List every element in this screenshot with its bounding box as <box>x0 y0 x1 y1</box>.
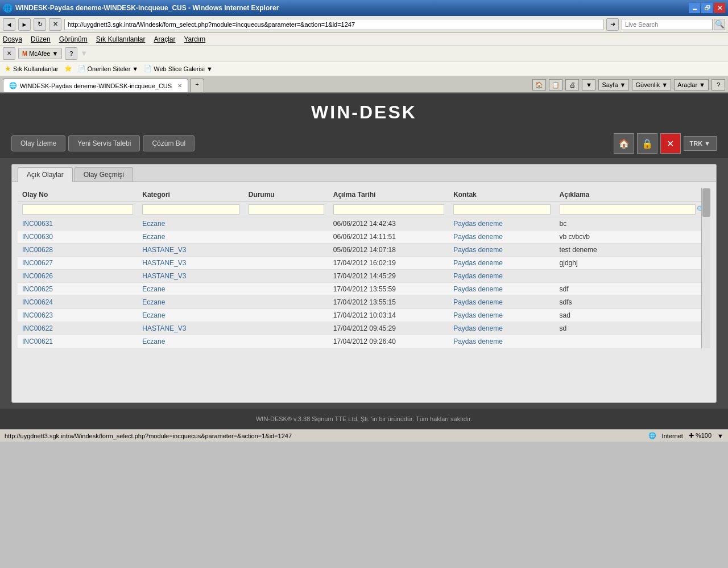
back-button[interactable]: ◄ <box>3 18 15 31</box>
forward-button[interactable]: ► <box>18 18 31 31</box>
cell-olay-no[interactable]: INC00630 <box>18 231 138 244</box>
toolbar-close-button[interactable]: ✕ <box>3 47 15 60</box>
favorite-icon-1[interactable]: ⭐ <box>64 65 72 72</box>
table-row[interactable]: INC00631 Eczane 06/06/2012 14:42:43 Payd… <box>18 217 710 231</box>
menu-duzen[interactable]: Düzen <box>31 35 51 43</box>
cell-olay-no[interactable]: INC00621 <box>18 335 138 348</box>
home-tab-button[interactable]: 🏠 <box>532 79 546 90</box>
tab-acik-olaylar[interactable]: Açık Olaylar <box>18 167 73 182</box>
refresh-button[interactable]: ↻ <box>34 18 46 31</box>
cell-kontak[interactable]: Paydas deneme <box>449 244 555 257</box>
filter-kontak <box>449 202 555 217</box>
vertical-scrollbar[interactable] <box>701 188 710 348</box>
address-input[interactable] <box>64 19 603 30</box>
search-button[interactable]: 🔍 <box>714 19 725 30</box>
table-row[interactable]: INC00627 HASTANE_V3 17/04/2012 16:02:19 … <box>18 257 710 270</box>
mcafee-toolbar[interactable]: M McAfee ▼ <box>18 48 62 59</box>
help-tab-button[interactable]: ? <box>712 79 725 90</box>
tab-olay-gecmisi[interactable]: Olay Geçmişi <box>75 167 133 182</box>
content-tabs: Açık Olaylar Olay Geçmişi <box>12 164 716 182</box>
print-button[interactable]: 🖨 <box>565 79 579 90</box>
home-nav-button[interactable]: 🏠 <box>614 133 634 154</box>
cell-kategori[interactable]: HASTANE_V3 <box>138 322 243 335</box>
language-button[interactable]: TRK ▼ <box>684 136 717 151</box>
table-row[interactable]: INC00626 HASTANE_V3 17/04/2012 14:45:29 … <box>18 270 710 283</box>
table-row[interactable]: INC00625 Eczane 17/04/2012 13:55:59 Payd… <box>18 283 710 296</box>
cell-olay-no[interactable]: INC00623 <box>18 309 138 322</box>
cell-kategori[interactable]: Eczane <box>138 296 243 309</box>
filter-olay-no-input[interactable] <box>22 204 133 215</box>
cell-olay-no[interactable]: INC00631 <box>18 217 138 231</box>
guvenlik-button[interactable]: Güvenlik ▼ <box>632 79 671 90</box>
cozum-bul-button[interactable]: Çözüm Bul <box>143 135 195 151</box>
scrollbar-thumb[interactable] <box>702 188 710 217</box>
new-tab-button[interactable]: + <box>190 79 204 92</box>
stop-button[interactable]: ✕ <box>49 18 61 31</box>
sik-kullanilanlar-item[interactable]: ★ Sık Kullanılanlar <box>5 64 59 73</box>
sayfa-button[interactable]: Sayfa ▼ <box>598 79 629 90</box>
table-row[interactable]: INC00623 Eczane 17/04/2012 10:03:14 Payd… <box>18 309 710 322</box>
table-row[interactable]: INC00621 Eczane 17/04/2012 09:26:40 Payd… <box>18 335 710 348</box>
window-controls: 🗕 🗗 ✕ <box>689 3 725 13</box>
table-row[interactable]: INC00628 HASTANE_V3 05/06/2012 14:07:18 … <box>18 244 710 257</box>
cell-kontak[interactable]: Paydas deneme <box>449 257 555 270</box>
maximize-button[interactable]: 🗗 <box>701 3 713 13</box>
cell-kategori[interactable]: HASTANE_V3 <box>138 257 243 270</box>
cell-acilma-tarihi: 05/06/2012 14:07:18 <box>329 244 449 257</box>
webslice-item[interactable]: 📄 Web Slice Galerisi ▼ <box>144 65 213 72</box>
menu-yardim[interactable]: Yardım <box>184 35 205 43</box>
menu-dosya[interactable]: Dosya <box>3 35 22 43</box>
cell-aciklama: gjdghj <box>555 257 710 270</box>
cell-kontak[interactable]: Paydas deneme <box>449 231 555 244</box>
cell-kategori[interactable]: Eczane <box>138 309 243 322</box>
menu-sik-kullanilanlar[interactable]: Sık Kullanılanlar <box>96 35 146 43</box>
cell-kontak[interactable]: Paydas deneme <box>449 309 555 322</box>
menu-araclar[interactable]: Araçlar <box>154 35 175 43</box>
cell-kategori[interactable]: Eczane <box>138 335 243 348</box>
araclar-tab-button[interactable]: Araçlar ▼ <box>674 79 709 90</box>
active-browser-tab[interactable]: 🌐 WINDESK-Paydas deneme-WINDESK-incqueue… <box>3 79 188 92</box>
cell-olay-no[interactable]: INC00625 <box>18 283 138 296</box>
cell-kategori[interactable]: Eczane <box>138 283 243 296</box>
filter-aciklama-input[interactable] <box>560 204 696 215</box>
cell-kontak[interactable]: Paydas deneme <box>449 270 555 283</box>
print-dropdown[interactable]: ▼ <box>582 79 595 90</box>
cell-olay-no[interactable]: INC00622 <box>18 322 138 335</box>
cell-olay-no[interactable]: INC00627 <box>18 257 138 270</box>
filter-kategori-input[interactable] <box>142 204 239 215</box>
cell-olay-no[interactable]: INC00624 <box>18 296 138 309</box>
filter-tarihi-input[interactable] <box>333 204 444 215</box>
go-button[interactable]: ➜ <box>606 18 619 31</box>
cell-olay-no[interactable]: INC00628 <box>18 244 138 257</box>
cell-kontak[interactable]: Paydas deneme <box>449 335 555 348</box>
onerilen-siteler-item[interactable]: 📄 Önerilen Siteler ▼ <box>78 65 139 72</box>
cell-olay-no[interactable]: INC00626 <box>18 270 138 283</box>
olay-izleme-button[interactable]: Olay İzleme <box>11 135 65 151</box>
yeni-servis-talebi-button[interactable]: Yeni Servis Talebi <box>68 135 140 151</box>
close-nav-button[interactable]: ✕ <box>660 133 681 154</box>
cell-kategori[interactable]: Eczane <box>138 217 243 231</box>
rss-button[interactable]: 📋 <box>549 79 562 90</box>
close-window-button[interactable]: ✕ <box>714 3 725 13</box>
menu-gorunum[interactable]: Görünüm <box>59 35 88 43</box>
toolbar-bar: ✕ M McAfee ▼ ? ▼ <box>0 46 728 61</box>
app-wrapper: WIN-DESK Olay İzleme Yeni Servis Talebi … <box>0 93 728 429</box>
tab-close-icon[interactable]: ✕ <box>177 83 182 89</box>
col-durumu: Durumu <box>244 188 329 202</box>
lock-nav-button[interactable]: 🔒 <box>637 133 657 154</box>
cell-kontak[interactable]: Paydas deneme <box>449 296 555 309</box>
cell-kontak[interactable]: Paydas deneme <box>449 283 555 296</box>
live-search-input[interactable] <box>622 19 713 30</box>
table-row[interactable]: INC00622 HASTANE_V3 17/04/2012 09:45:29 … <box>18 322 710 335</box>
table-row[interactable]: INC00630 Eczane 06/06/2012 14:11:51 Payd… <box>18 231 710 244</box>
cell-kategori[interactable]: HASTANE_V3 <box>138 270 243 283</box>
cell-kategori[interactable]: Eczane <box>138 231 243 244</box>
cell-kontak[interactable]: Paydas deneme <box>449 217 555 231</box>
cell-kategori[interactable]: HASTANE_V3 <box>138 244 243 257</box>
filter-kontak-input[interactable] <box>453 204 550 215</box>
toolbar-help-button[interactable]: ? <box>65 47 77 60</box>
table-row[interactable]: INC00624 Eczane 17/04/2012 13:55:15 Payd… <box>18 296 710 309</box>
cell-kontak[interactable]: Paydas deneme <box>449 322 555 335</box>
filter-durumu-input[interactable] <box>249 204 324 215</box>
minimize-button[interactable]: 🗕 <box>689 3 700 13</box>
